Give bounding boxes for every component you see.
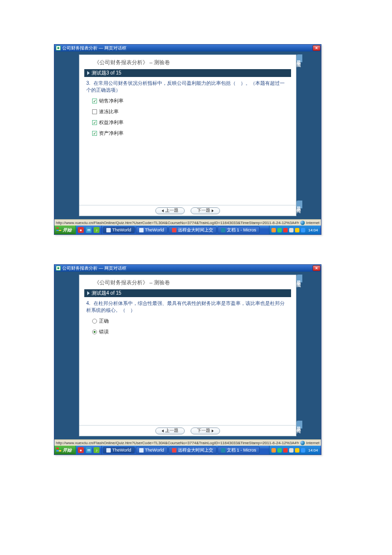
prev-label: 上一题 — [165, 207, 178, 214]
side-tab-time[interactable]: 显示时间 — [296, 421, 302, 429]
browser-titlebar: 公司财务报表分析 — 网页对话框 × — [54, 265, 321, 272]
internet-zone-icon — [300, 441, 305, 445]
tray-icon[interactable] — [283, 228, 288, 232]
app-icon — [172, 448, 176, 453]
taskbar: 开始 ● ✉ ♪ TheWorld TheWorld 远程金大时间上交 文档 — [54, 446, 321, 454]
tray-icon[interactable] — [271, 448, 276, 453]
browser-statusbar: http://www.xuexdu.cn/FlashOnline/Quiz.ht… — [54, 219, 321, 226]
browser-titlebar: 公司财务报表分析 — 网页对话框 × — [54, 45, 321, 51]
taskbar-button[interactable]: TheWorld — [103, 447, 135, 454]
taskbar-button[interactable]: 文档 1 - Micros — [218, 447, 260, 454]
checkbox-icon[interactable]: ✓ — [92, 131, 97, 136]
close-button[interactable]: × — [313, 265, 320, 271]
internet-zone-icon — [300, 221, 305, 225]
checkbox-icon[interactable]: ✓ — [92, 120, 97, 125]
tray-icon[interactable] — [289, 448, 294, 453]
tray-icon[interactable] — [283, 448, 288, 453]
app-icon — [221, 228, 225, 232]
next-button[interactable]: 下一题 — [191, 428, 220, 434]
option-label: 资产净利率 — [99, 130, 123, 137]
windows-logo-icon — [56, 227, 61, 232]
taskbar-button[interactable]: 远程金大时间上交 — [169, 227, 217, 233]
status-url: http://www.xuexdu.cn/FlashOnline/Quiz.ht… — [56, 441, 299, 445]
prev-button[interactable]: 上一题 — [155, 428, 185, 434]
prev-button[interactable]: 上一题 — [155, 207, 185, 214]
tray-clock[interactable]: 14:04 — [308, 228, 318, 232]
quick-launch-item[interactable]: ✉ — [86, 227, 92, 233]
windows-logo-icon — [56, 448, 61, 453]
tray-icon[interactable] — [289, 228, 294, 232]
start-button[interactable]: 开始 — [54, 226, 76, 234]
option-label: 权益净利率 — [99, 119, 123, 126]
taskbar-button-label: TheWorld — [145, 227, 164, 232]
options-list: 正确 错误 — [86, 318, 289, 335]
tray-icon[interactable] — [295, 448, 299, 453]
taskbar-button[interactable]: TheWorld — [103, 227, 135, 233]
option-row[interactable]: ✓ 销售净利率 — [92, 98, 289, 104]
start-button[interactable]: 开始 — [54, 446, 76, 454]
checkbox-icon[interactable]: ✓ — [92, 99, 97, 103]
checkbox-icon[interactable]: ✓ — [92, 109, 97, 114]
status-url: http://www.xuexdu.cn/FlashOnline/Quiz.ht… — [56, 221, 299, 225]
quiz-title: 《公司财务报表分析》 – 测验卷 — [79, 55, 296, 68]
side-tab-attachments[interactable]: 显示附属 — [296, 275, 302, 282]
taskbar-button[interactable]: TheWorld — [136, 447, 168, 454]
quick-launch-item[interactable]: ♪ — [94, 227, 99, 233]
screenshot-1: 公司财务报表分析 — 网页对话框 × 显示附属 显示时间 《公司财务报表分析》 … — [54, 44, 321, 235]
options-list: ✓ 销售净利率 ✓ 速冻比率 ✓ 权益净利率 ✓ — [86, 98, 289, 137]
question-prompt: 在常用公司财务状况分析指标中，反映公司盈利能力的比率包括（ ）。（本题有超过一个… — [86, 80, 285, 93]
quick-launch-item[interactable]: ● — [78, 447, 84, 453]
app-icon — [139, 228, 144, 232]
quiz-stage: 显示附属 显示时间 《公司财务报表分析》 – 测验卷 测试题3 of 15 3.… — [54, 51, 321, 219]
option-label: 错误 — [99, 328, 109, 335]
document-page: 公司财务报表分析 — 网页对话框 × 显示附属 显示时间 《公司财务报表分析》 … — [54, 44, 338, 455]
quick-launch-item[interactable]: ✉ — [86, 447, 92, 453]
question-number: 3. — [86, 80, 90, 86]
page-icon — [56, 266, 61, 271]
status-zone: Internet — [306, 221, 319, 225]
tray-icon[interactable] — [295, 228, 299, 232]
triangle-right-icon — [212, 209, 214, 212]
option-row[interactable]: 错误 — [92, 328, 289, 335]
app-icon — [139, 448, 144, 453]
system-tray: 14:04 — [269, 226, 320, 234]
option-row[interactable]: ✓ 资产净利率 — [92, 130, 289, 137]
quick-launch: ● ✉ ♪ — [76, 226, 102, 234]
triangle-left-icon — [162, 209, 164, 212]
tray-clock[interactable]: 14:04 — [308, 448, 318, 453]
nav-row: 上一题 下一题 — [79, 205, 296, 216]
quick-launch-item[interactable]: ♪ — [94, 447, 99, 453]
nav-row: 上一题 下一题 — [79, 425, 296, 436]
quiz-card: 《公司财务报表分析》 – 测验卷 测试题3 of 15 3. 在常用公司财务状况… — [79, 54, 296, 216]
next-label: 下一题 — [197, 207, 210, 214]
taskbar-button[interactable]: TheWorld — [136, 227, 168, 233]
tray-icon[interactable] — [271, 228, 276, 232]
question-progress-label: 测试题4 of 15 — [92, 290, 122, 297]
app-icon — [221, 448, 225, 453]
radio-icon[interactable] — [92, 329, 97, 334]
side-tab-time[interactable]: 显示时间 — [296, 201, 302, 208]
question-body: 3. 在常用公司财务状况分析指标中，反映公司盈利能力的比率包括（ ）。（本题有超… — [79, 77, 296, 205]
radio-icon[interactable] — [92, 319, 97, 324]
close-button[interactable]: × — [313, 45, 320, 51]
tray-icon[interactable] — [301, 448, 305, 453]
start-label: 开始 — [63, 227, 72, 233]
window-title: 公司财务报表分析 — 网页对话框 — [62, 265, 313, 272]
question-number: 4. — [86, 301, 90, 306]
taskbar-button[interactable]: 文档 1 - Micros — [218, 227, 260, 233]
option-row[interactable]: ✓ 速冻比率 — [92, 108, 289, 115]
next-label: 下一题 — [197, 428, 210, 434]
side-tab-attachments[interactable]: 显示附属 — [296, 54, 302, 62]
option-row[interactable]: 正确 — [92, 318, 289, 325]
quick-launch-item[interactable]: ● — [78, 227, 84, 233]
question-prompt: 在杜邦分析体系中，综合性最强、最具有代表性的财务比率是市盈率，该比率也是杜邦分析… — [86, 301, 285, 313]
tray-icon[interactable] — [301, 228, 305, 232]
taskbar-button-label: TheWorld — [112, 227, 131, 232]
taskbar-button[interactable]: 远程金大时间上交 — [169, 447, 217, 454]
tray-icon[interactable] — [277, 448, 282, 453]
question-text: 4. 在杜邦分析体系中，综合性最强、最具有代表性的财务比率是市盈率，该比率也是杜… — [86, 300, 289, 314]
next-button[interactable]: 下一题 — [191, 207, 220, 214]
quiz-title: 《公司财务报表分析》 – 测验卷 — [79, 275, 296, 288]
option-row[interactable]: ✓ 权益净利率 — [92, 119, 289, 126]
tray-icon[interactable] — [277, 228, 282, 232]
